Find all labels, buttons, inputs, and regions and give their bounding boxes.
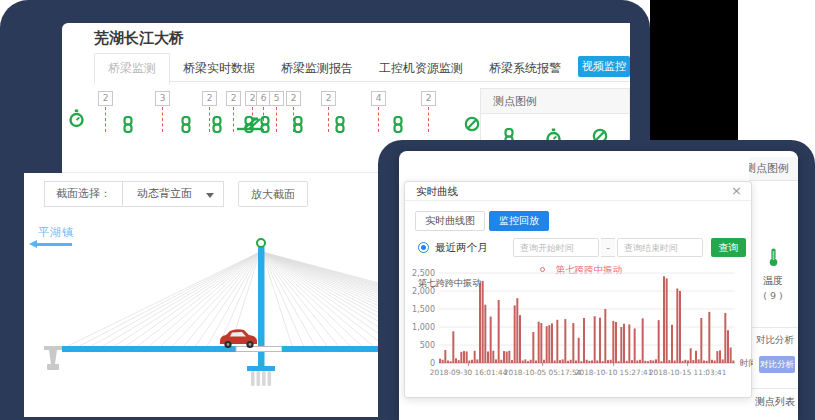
sensor-count-badge: 2 <box>98 91 113 106</box>
svg-text:1,500: 1,500 <box>412 305 435 314</box>
temperature-label: 温度 <box>752 274 794 288</box>
compare-analysis-button[interactable]: 对比分析 <box>759 356 795 373</box>
query-start-input[interactable] <box>513 238 599 257</box>
dialog-tabs: 实时曲线图监控回放 <box>415 209 553 231</box>
chain-sensor-icon[interactable] <box>392 116 404 137</box>
dialog-header: 实时曲线 × <box>405 182 751 201</box>
query-end-input[interactable] <box>617 238 703 257</box>
dialog-tab-1[interactable]: 监控回放 <box>489 211 549 231</box>
main-tabs-container: 桥梁监测桥梁实时数据桥梁监测报告工控机资源监测桥梁系统报警 <box>94 57 574 76</box>
svg-text:500: 500 <box>420 341 435 350</box>
query-button[interactable]: 查询 <box>711 238 746 257</box>
compare-section-label: 对比分析 <box>756 334 794 347</box>
sensor-count-badge: 5 <box>269 91 284 106</box>
sensor-icon-strip: 23222652242 <box>62 83 480 145</box>
section-select-dropdown[interactable]: 动态背立面 <box>122 181 224 207</box>
svg-text:2,500: 2,500 <box>412 269 435 278</box>
sensor-dashed-line <box>378 107 379 132</box>
sensor-dashed-line <box>328 107 329 132</box>
divider <box>751 388 798 389</box>
curve-window: 测点图例 温度 ( 9 ) 对比分析 对比分析 测点列表 实时曲线 × 实时曲线… <box>399 151 798 420</box>
thermometer-icon <box>767 247 780 267</box>
svg-text:2018-10-05 05:17:54: 2018-10-05 05:17:54 <box>504 368 582 377</box>
section-controls: 截面选择： 动态背立面 放大截面 <box>44 181 308 207</box>
chain-sensor-icon[interactable] <box>334 116 346 137</box>
behind-legend-header: 测点图例 <box>749 157 798 181</box>
close-icon[interactable]: × <box>731 183 742 198</box>
background-black-region <box>650 0 738 140</box>
sensor-dashed-line <box>162 107 163 132</box>
sensor-count-badge: 2 <box>421 91 436 106</box>
page-title: 芜湖长江大桥 <box>94 29 184 48</box>
tab-0[interactable]: 桥梁监测 <box>94 53 170 85</box>
section-select-value: 动态背立面 <box>137 187 192 200</box>
temperature-count: ( 9 ) <box>752 290 794 301</box>
tab-2[interactable]: 桥梁监测报告 <box>268 54 366 84</box>
svg-text:2018-10-15 11:03:41: 2018-10-15 11:03:41 <box>649 368 727 377</box>
point-list-section-label: 测点列表 <box>755 395 795 409</box>
range-radio-label: 最近两个月 <box>435 241 488 255</box>
sensor-count-badge: 3 <box>155 91 170 106</box>
sensor-dashed-line <box>105 107 106 132</box>
svg-text:时间: 时间 <box>740 358 753 368</box>
sensor-dashed-line <box>233 107 234 132</box>
sensor-dashed-line <box>209 107 210 132</box>
legend-panel-title: 测点图例 <box>481 89 629 114</box>
noentry-sensor-icon[interactable] <box>464 116 480 136</box>
temperature-item[interactable]: 温度 ( 9 ) <box>752 247 794 301</box>
vibration-chart: 05001,0001,5002,0002,5002018-09-30 16:01… <box>405 267 753 399</box>
dialog-title: 实时曲线 <box>416 185 458 199</box>
svg-text:2018-09-30 16:01:44: 2018-09-30 16:01:44 <box>430 368 508 377</box>
chain-sensor-icon[interactable] <box>292 116 304 137</box>
clock-sensor-icon[interactable] <box>68 109 85 132</box>
chain-sensor-icon[interactable] <box>243 116 255 137</box>
sensor-count-badge: 2 <box>226 91 241 106</box>
sensor-count-badge: 2 <box>286 91 301 106</box>
enlarge-section-button[interactable]: 放大截面 <box>238 181 308 207</box>
svg-text:2018-10-10 15:27:41: 2018-10-10 15:27:41 <box>575 368 653 377</box>
svg-text:2,000: 2,000 <box>412 287 435 296</box>
dialog-tab-0[interactable]: 实时曲线图 <box>415 211 485 231</box>
realtime-curve-dialog: 实时曲线 × 实时曲线图监控回放 最近两个月 - 查询 第七跨跨中振动 第七跨跨… <box>404 181 752 398</box>
tab-1[interactable]: 桥梁实时数据 <box>170 54 268 84</box>
sensor-count-badge: 2 <box>321 91 336 106</box>
chain-sensor-icon[interactable] <box>180 116 192 137</box>
tab-3[interactable]: 工控机资源监测 <box>366 54 476 84</box>
query-row: 最近两个月 - 查询 <box>405 238 751 258</box>
divider <box>751 327 798 328</box>
chevron-down-icon <box>206 193 214 198</box>
main-tabbar: 桥梁监测桥梁实时数据桥梁监测报告工控机资源监测桥梁系统报警 视频监控 <box>94 53 630 82</box>
range-radio[interactable] <box>418 242 429 253</box>
chain-sensor-icon[interactable] <box>211 116 223 137</box>
sensor-dashed-line <box>276 107 277 132</box>
section-select-label: 截面选择： <box>44 181 122 207</box>
svg-text:1,000: 1,000 <box>412 323 435 332</box>
svg-text:0: 0 <box>430 359 435 368</box>
screenshot-canvas: 芜湖长江大桥 桥梁监测桥梁实时数据桥梁监测报告工控机资源监测桥梁系统报警 视频监… <box>0 0 815 420</box>
video-monitor-button[interactable]: 视频监控 <box>578 56 630 77</box>
tab-4[interactable]: 桥梁系统报警 <box>476 54 574 84</box>
chain-sensor-icon[interactable] <box>122 116 134 137</box>
chain-sensor-icon[interactable] <box>259 116 271 137</box>
sensor-dashed-line <box>428 107 429 132</box>
range-separator: - <box>601 238 615 257</box>
sensor-count-badge: 4 <box>371 91 386 106</box>
sensor-count-badge: 2 <box>202 91 217 106</box>
